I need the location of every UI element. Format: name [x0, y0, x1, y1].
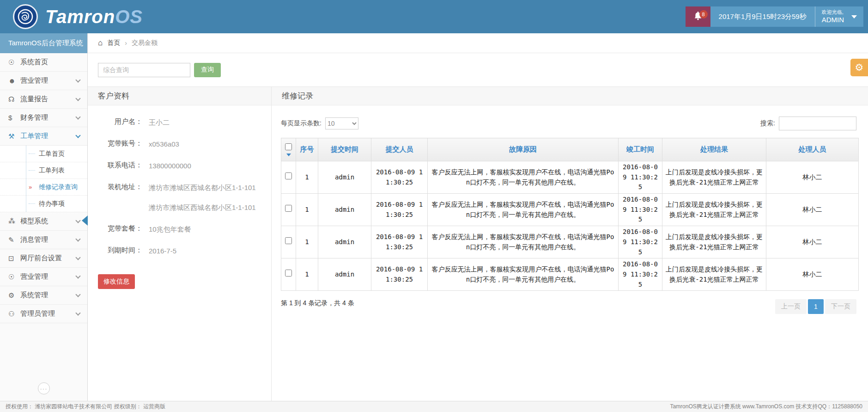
sidebar-title: TamronOS后台管理系统: [0, 33, 87, 53]
table-cell: 2016-08-09 11:30:25: [371, 194, 428, 226]
chevron-down-icon: [75, 310, 80, 315]
field-value: 王小二: [149, 117, 170, 127]
column-header[interactable]: 提交时间: [318, 138, 371, 161]
search-input[interactable]: [98, 63, 190, 77]
field-label: 到期时间：: [98, 246, 142, 256]
table-cell: 客户反应无法上网，客服核实发现用户不在线，电话沟通光猫Pon口灯不亮，同一单元有…: [428, 258, 619, 291]
column-header[interactable]: 故障原因: [428, 138, 619, 161]
sidebar-item-admins[interactable]: ⚇管理员管理: [0, 305, 87, 323]
sidebar-item-finance[interactable]: $财务管理: [0, 109, 87, 127]
submenu-item-label: 工单列表: [39, 166, 65, 175]
submenu-item-todo[interactable]: 待办事项: [0, 196, 87, 212]
prev-page-button[interactable]: 上一页: [775, 299, 807, 314]
dotted-connector-icon: [29, 154, 35, 154]
table-row: 1admin2016-08-09 11:30:25客户反应无法上网，客服核实发现…: [281, 161, 859, 194]
column-header[interactable]: 序号: [296, 138, 318, 161]
header-dropdown-caret-icon[interactable]: [286, 154, 291, 156]
sidebar-item-webfront[interactable]: ⊡网厅前台设置: [0, 249, 87, 268]
dashboard-icon: ☉: [8, 58, 20, 67]
records-summary: 第 1 到 4 条记录，共 4 条: [281, 299, 354, 307]
table-search-input[interactable]: [779, 117, 856, 130]
sidebar-item-home[interactable]: ☉系统首页: [0, 53, 87, 72]
sidebar-item-workorder[interactable]: ⚒工单管理: [0, 127, 87, 146]
table-cell: 2016-08-09 11:30:25: [371, 161, 428, 194]
next-page-button[interactable]: 下一页: [825, 299, 856, 314]
row-checkbox[interactable]: [285, 270, 292, 277]
per-page-label: 每页显示条数:: [281, 119, 322, 128]
submenu-item-label: 待办事项: [39, 200, 65, 208]
logo-globe-icon: [13, 4, 38, 29]
footer-product-text: TamronOS腾龙认证计费系统 www.TamronOS.com 技术支持QQ…: [670, 403, 862, 411]
sidebar-more-toggle[interactable]: ···: [38, 382, 50, 394]
column-header[interactable]: 处理人员: [766, 138, 859, 161]
sidebar-item-traffic[interactable]: ☊流量报告: [0, 90, 87, 109]
select-all-checkbox[interactable]: [285, 143, 292, 150]
table-search-label: 搜索:: [760, 119, 775, 128]
footer-license-text: 授权使用： 潍坊家园驿站电子技术有限公司 授权级别： 运营商版: [6, 403, 165, 411]
customer-field-row: 用户名：王小二: [98, 117, 263, 127]
table-cell: 上门后发现是皮线冷接头损坏，更换后光衰-21光猫正常上网正常: [662, 226, 766, 258]
edit-icon: ✎: [8, 236, 20, 244]
breadcrumb-home[interactable]: 首页: [107, 39, 120, 47]
table-cell: admin: [318, 226, 371, 258]
query-button[interactable]: 查询: [194, 63, 221, 77]
row-checkbox[interactable]: [285, 237, 292, 244]
sidebar-item-business[interactable]: ☻营业管理: [0, 72, 87, 90]
column-header[interactable]: 提交人员: [371, 138, 428, 161]
app-window: TamronOS 8 2017年1月9日15时23分59秒 欢迎光临, ADMI…: [0, 0, 868, 412]
chevron-down-icon: [75, 236, 80, 241]
sidebar-item-model[interactable]: ⁂模型系统: [0, 212, 87, 231]
table-cell: 客户反应无法上网，客服核实发现用户不在线，电话沟通光猫Pon口灯不亮，同一单元有…: [428, 226, 619, 258]
sidebar-item-message[interactable]: ✎消息管理: [0, 231, 87, 249]
table-cell: 林小二: [766, 226, 859, 258]
table-row: 1admin2016-08-09 11:30:25客户反应无法上网，客服核实发现…: [281, 194, 859, 226]
admin-menu[interactable]: 欢迎光临, ADMIN: [815, 6, 863, 27]
sidebar-item-label: 营业管理: [20, 76, 76, 85]
breadcrumb-current: 交易金额: [132, 39, 158, 47]
table-cell: 2016-08-09 11:30:25: [619, 194, 662, 226]
wrench-icon: ⚒: [8, 132, 20, 141]
footer: 授权使用： 潍坊家园驿站电子技术有限公司 授权级别： 运营商版 TamronOS…: [0, 401, 868, 412]
column-header[interactable]: 竣工时间: [619, 138, 662, 161]
dashboard-icon: ☉: [8, 273, 20, 281]
row-checkbox[interactable]: [285, 205, 292, 212]
sidebar-item-label: 模型系统: [20, 217, 76, 226]
breadcrumb-separator: ›: [125, 39, 127, 47]
chevron-down-icon: [75, 255, 80, 260]
field-label: 宽带账号：: [98, 139, 142, 149]
field-label: 用户名：: [98, 117, 142, 127]
top-header: TamronOS 8 2017年1月9日15时23分59秒 欢迎光临, ADMI…: [0, 0, 868, 33]
users-icon: ⚇: [8, 310, 20, 318]
chevron-down-icon: [75, 114, 80, 119]
table-cell: admin: [318, 161, 371, 194]
customer-field-row: 装机地址：潍坊市潍城区西城名都小区1-1-101潍坊市潍城区西城名都小区1-1-…: [98, 183, 263, 212]
table-row: 1admin2016-08-09 11:30:25客户反应无法上网，客服核实发现…: [281, 258, 859, 291]
notifications-button[interactable]: 8: [686, 6, 710, 27]
active-marker-icon: »: [29, 184, 35, 190]
sidebar-item-label: 财务管理: [20, 113, 76, 122]
edit-info-button[interactable]: 修改信息: [98, 274, 135, 289]
page-number-button[interactable]: 1: [808, 299, 824, 314]
records-panel-title: 维修记录: [272, 87, 868, 105]
records-table: 序号提交时间提交人员故障原因竣工时间处理结果处理人员 1admin2016-08…: [281, 138, 859, 291]
table-cell: 1: [296, 258, 318, 291]
row-checkbox[interactable]: [285, 172, 292, 179]
sidebar-item-system[interactable]: ⚙系统管理: [0, 286, 87, 305]
welcome-text: 欢迎光临,: [822, 9, 844, 16]
chevron-down-icon: [75, 273, 80, 278]
column-header[interactable]: 处理结果: [662, 138, 766, 161]
field-value-line2: 潍坊市潍城区西城名都小区1-1-101: [149, 203, 256, 212]
notification-count-badge: 8: [699, 10, 708, 18]
submenu-item-workorder-home[interactable]: 工单首页: [0, 146, 87, 162]
submenu-item-repair-records[interactable]: »维修记录查询: [0, 179, 87, 196]
sidebar-item-business2[interactable]: ☉营业管理: [0, 268, 87, 286]
per-page-select[interactable]: 10: [325, 117, 358, 129]
sidebar-item-label: 系统管理: [20, 291, 76, 300]
chevron-down-icon: [75, 292, 80, 297]
home-icon[interactable]: ⌂: [98, 38, 103, 48]
submenu-item-label: 维修记录查询: [39, 183, 78, 191]
sidebar-item-label: 管理员管理: [20, 309, 76, 318]
settings-gear-button[interactable]: ⚙: [850, 59, 868, 76]
username: ADMIN: [822, 16, 844, 25]
submenu-item-workorder-list[interactable]: 工单列表: [0, 162, 87, 179]
